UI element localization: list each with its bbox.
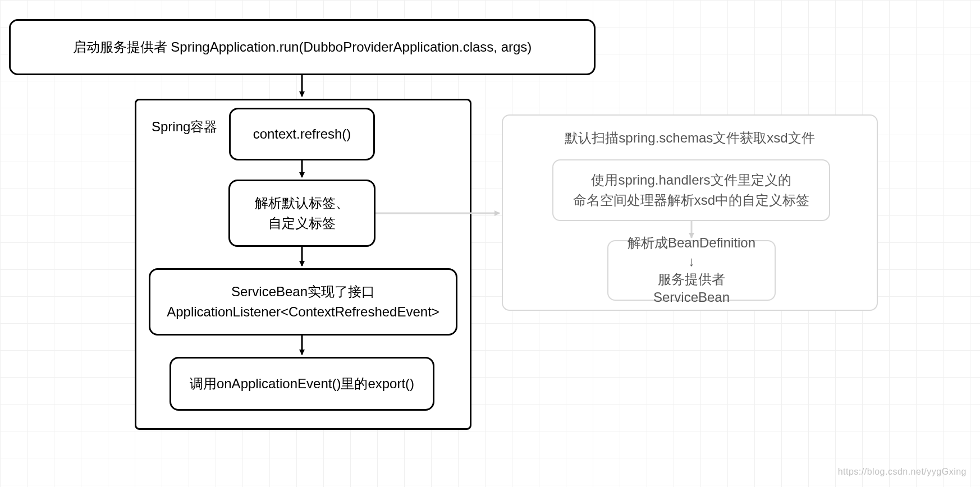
start-box-text: 启动服务提供者 SpringApplication.run(DubboProvi… — [73, 37, 532, 57]
context-refresh-box: context.refresh() — [229, 108, 375, 160]
start-box: 启动服务提供者 SpringApplication.run(DubboProvi… — [9, 19, 596, 75]
servicebean-listener-text: ServiceBean实现了接口 ApplicationListener<Con… — [167, 282, 439, 322]
servicebean-listener-box: ServiceBean实现了接口 ApplicationListener<Con… — [149, 268, 457, 336]
export-box: 调用onApplicationEvent()里的export() — [170, 357, 434, 411]
parse-tags-box: 解析默认标签、 自定义标签 — [228, 180, 375, 247]
parse-tags-text: 解析默认标签、 自定义标签 — [255, 193, 349, 233]
watermark: https://blog.csdn.net/yygGxing — [838, 467, 967, 477]
handlers-text: 使用spring.handlers文件里定义的 命名空间处理器解析xsd中的自定… — [573, 170, 809, 210]
context-refresh-text: context.refresh() — [253, 124, 351, 144]
beandef-box: 解析成BeanDefinition ↓ 服务提供者ServiceBean — [607, 240, 776, 301]
spring-container-label: Spring容器 — [152, 118, 217, 136]
beandef-text: 解析成BeanDefinition ↓ 服务提供者ServiceBean — [622, 234, 761, 307]
export-text: 调用onApplicationEvent()里的export() — [190, 374, 414, 394]
handlers-box: 使用spring.handlers文件里定义的 命名空间处理器解析xsd中的自定… — [552, 159, 830, 221]
right-container-title: 默认扫描spring.schemas文件获取xsd文件 — [565, 128, 814, 148]
diagram-canvas: 启动服务提供者 SpringApplication.run(DubboProvi… — [0, 0, 980, 487]
watermark-text: https://blog.csdn.net/yygGxing — [838, 467, 967, 476]
spring-container-label-text: Spring容器 — [152, 119, 217, 134]
